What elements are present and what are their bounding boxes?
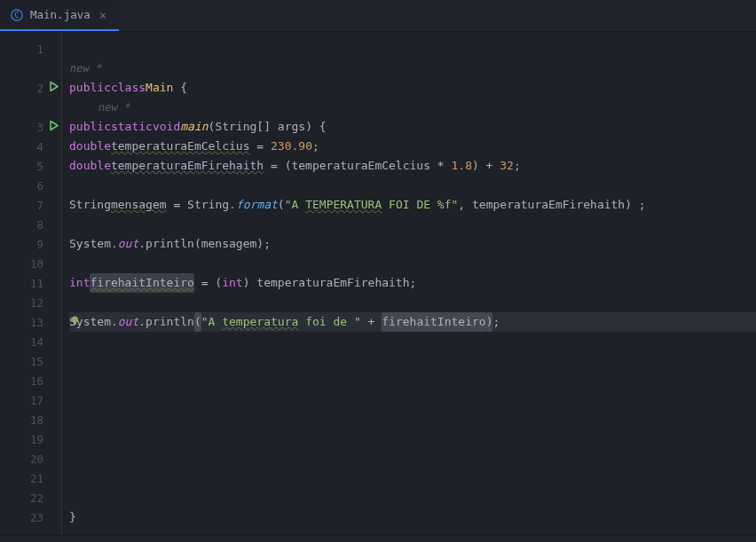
tab-main-java[interactable]: C Main.java × xyxy=(0,0,119,31)
code-line: int firehaitInteiro = (int) temperaturaE… xyxy=(69,273,756,293)
line-number: 7 xyxy=(36,199,43,212)
tab-label: Main.java xyxy=(30,8,91,21)
code-line xyxy=(69,488,756,507)
line-number: 11 xyxy=(30,277,43,290)
code-line: double temperaturaEmCelcius = 230.90; xyxy=(69,137,756,156)
line-number: 19 xyxy=(30,433,43,446)
line-number: 20 xyxy=(30,452,43,466)
line-number: 17 xyxy=(30,394,43,407)
code-area[interactable]: new * public class Main { new * public s… xyxy=(62,32,756,535)
status-bar xyxy=(0,535,756,542)
code-line xyxy=(69,215,756,234)
line-number: 4 xyxy=(36,140,43,153)
code-line: System.out.println(mensagem); xyxy=(69,234,756,254)
line-number: 1 xyxy=(36,43,43,56)
code-line: public static void main(String[] args) { xyxy=(69,117,756,137)
code-line: } xyxy=(69,507,756,527)
code-line xyxy=(69,390,756,410)
code-line xyxy=(69,371,756,390)
tab-bar: C Main.java × xyxy=(0,0,756,32)
code-line xyxy=(69,39,756,59)
line-number: 22 xyxy=(30,491,43,505)
code-line xyxy=(69,468,756,488)
line-number: 14 xyxy=(30,335,43,349)
code-line-current: System.out.println("A temperatura foi de… xyxy=(69,312,756,332)
line-number: 8 xyxy=(36,218,43,232)
code-line xyxy=(69,332,756,351)
run-icon[interactable] xyxy=(49,82,59,95)
code-line xyxy=(69,176,756,195)
line-number: 21 xyxy=(30,472,43,485)
inlay-hint: new * xyxy=(69,59,756,78)
inlay-hint: new * xyxy=(69,98,756,117)
line-number: 5 xyxy=(36,160,43,173)
gutter: 1 2 3 4 5 6 7 8 9 10 11 12 13 14 xyxy=(0,32,62,535)
editor-area: 1 2 3 4 5 6 7 8 9 10 11 12 13 14 xyxy=(0,32,756,535)
code-line xyxy=(69,254,756,273)
line-number: 13 xyxy=(30,316,43,329)
line-number: 2 xyxy=(36,82,43,95)
svg-text:C: C xyxy=(14,11,19,20)
line-number: 3 xyxy=(36,121,43,134)
code-line: double temperaturaEmFirehaith = (tempera… xyxy=(69,156,756,176)
java-class-icon: C xyxy=(11,9,23,21)
run-icon[interactable] xyxy=(49,121,59,134)
code-line xyxy=(69,293,756,312)
line-number: 12 xyxy=(30,296,43,310)
code-line xyxy=(69,429,756,449)
line-number: 18 xyxy=(30,413,43,427)
code-line xyxy=(69,449,756,468)
line-number: 23 xyxy=(30,511,43,524)
line-number: 6 xyxy=(36,179,43,192)
code-line xyxy=(69,351,756,371)
line-number: 10 xyxy=(30,257,43,271)
code-line: String mensagem = String.format("A TEMPE… xyxy=(69,195,756,215)
line-number: 9 xyxy=(36,238,43,251)
code-line: public class Main { xyxy=(69,78,756,98)
close-icon[interactable]: × xyxy=(98,8,108,22)
code-line xyxy=(69,410,756,429)
line-number: 16 xyxy=(30,374,43,388)
line-number: 15 xyxy=(30,355,43,368)
